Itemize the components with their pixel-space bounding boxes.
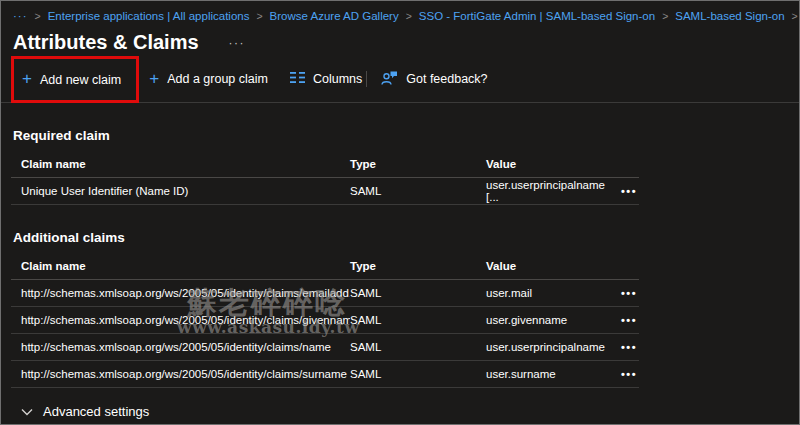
toolbar-divider xyxy=(366,71,367,87)
column-header-value: Value xyxy=(486,260,605,272)
additional-claims-table: Claim name Type Value http://schemas.xml… xyxy=(11,253,639,388)
columns-label: Columns xyxy=(313,72,362,86)
column-header-value: Value xyxy=(486,158,605,170)
table-row[interactable]: http://schemas.xmlsoap.org/ws/2005/05/id… xyxy=(11,280,639,307)
claim-name-cell[interactable]: http://schemas.xmlsoap.org/ws/2005/05/id… xyxy=(21,287,350,299)
title-overflow-button[interactable]: ··· xyxy=(229,36,246,50)
breadcrumb: ··· > Enterprise applications | All appl… xyxy=(1,1,799,22)
plus-icon: + xyxy=(22,70,32,87)
type-cell: SAML xyxy=(350,368,486,380)
type-cell: SAML xyxy=(350,314,486,326)
add-group-claim-button[interactable]: + Add a group claim xyxy=(149,72,268,87)
red-annotation-box: + Add new claim xyxy=(11,56,139,103)
toolbar: + Add new claim + Add a group claim Colu… xyxy=(1,56,799,103)
value-cell: user.userprincipalname [... xyxy=(486,179,605,203)
breadcrumb-item-enterprise-applications[interactable]: Enterprise applications | All applicatio… xyxy=(48,10,250,22)
value-cell: user.userprincipalname xyxy=(486,341,605,353)
column-header-type: Type xyxy=(350,260,486,272)
table-row[interactable]: http://schemas.xmlsoap.org/ws/2005/05/id… xyxy=(11,334,639,361)
claim-name-cell[interactable]: http://schemas.xmlsoap.org/ws/2005/05/id… xyxy=(21,368,350,380)
got-feedback-button[interactable]: Got feedback? xyxy=(381,71,487,88)
page-title-row: Attributes & Claims ··· xyxy=(1,22,799,56)
table-header-row: Claim name Type Value xyxy=(11,151,639,178)
value-cell: user.mail xyxy=(486,287,605,299)
breadcrumb-item-saml-signon[interactable]: SAML-based Sign-on xyxy=(675,10,784,22)
value-cell: user.givenname xyxy=(486,314,605,326)
column-header-claim-name: Claim name xyxy=(21,158,350,170)
chevron-down-icon xyxy=(21,404,33,419)
breadcrumb-item-browse-gallery[interactable]: Browse Azure AD Gallery xyxy=(270,10,399,22)
column-header-claim-name: Claim name xyxy=(21,260,350,272)
columns-icon xyxy=(290,72,305,86)
table-header-row: Claim name Type Value xyxy=(11,253,639,280)
add-group-claim-label: Add a group claim xyxy=(167,72,268,86)
type-cell: SAML xyxy=(350,185,486,197)
chevron-right-icon: > xyxy=(406,10,412,22)
breadcrumb-overflow-button[interactable]: ··· xyxy=(13,10,28,22)
row-context-menu-button[interactable]: ••• xyxy=(619,366,639,382)
got-feedback-label: Got feedback? xyxy=(406,72,487,86)
table-row[interactable]: http://schemas.xmlsoap.org/ws/2005/05/id… xyxy=(11,361,639,388)
page-title: Attributes & Claims xyxy=(13,31,199,54)
chevron-right-icon: > xyxy=(662,10,668,22)
table-row[interactable]: http://schemas.xmlsoap.org/ws/2005/05/id… xyxy=(11,307,639,334)
type-cell: SAML xyxy=(350,287,486,299)
column-header-type: Type xyxy=(350,158,486,170)
chevron-right-icon: > xyxy=(256,10,262,22)
type-cell: SAML xyxy=(350,341,486,353)
claim-name-cell[interactable]: http://schemas.xmlsoap.org/ws/2005/05/id… xyxy=(21,314,350,326)
additional-claims-heading: Additional claims xyxy=(13,230,799,245)
add-new-claim-label: Add new claim xyxy=(40,73,121,87)
claim-name-cell[interactable]: http://schemas.xmlsoap.org/ws/2005/05/id… xyxy=(21,341,350,353)
add-new-claim-button[interactable]: + Add new claim xyxy=(22,72,121,87)
row-context-menu-button[interactable]: ••• xyxy=(619,339,639,355)
row-context-menu-button[interactable]: ••• xyxy=(619,183,639,199)
row-context-menu-button[interactable]: ••• xyxy=(619,285,639,301)
plus-icon: + xyxy=(149,70,159,87)
breadcrumb-item-sso-fortigate[interactable]: SSO - FortiGate Admin | SAML-based Sign-… xyxy=(419,10,655,22)
required-claim-table: Claim name Type Value Unique User Identi… xyxy=(11,151,639,205)
table-row[interactable]: Unique User Identifier (Name ID) SAML us… xyxy=(11,178,639,205)
chevron-right-icon: > xyxy=(792,10,798,22)
advanced-settings-expander[interactable]: Advanced settings xyxy=(21,404,799,419)
feedback-icon xyxy=(381,71,398,88)
value-cell: user.surname xyxy=(486,368,605,380)
attributes-claims-page: { "colors": { "accent_blue": "#4da2f2", … xyxy=(0,0,800,425)
chevron-right-icon: > xyxy=(35,10,41,22)
required-claim-heading: Required claim xyxy=(13,128,799,143)
columns-button[interactable]: Columns xyxy=(290,72,362,86)
row-context-menu-button[interactable]: ••• xyxy=(619,312,639,328)
advanced-settings-label: Advanced settings xyxy=(43,404,149,419)
claim-name-cell[interactable]: Unique User Identifier (Name ID) xyxy=(21,185,350,197)
